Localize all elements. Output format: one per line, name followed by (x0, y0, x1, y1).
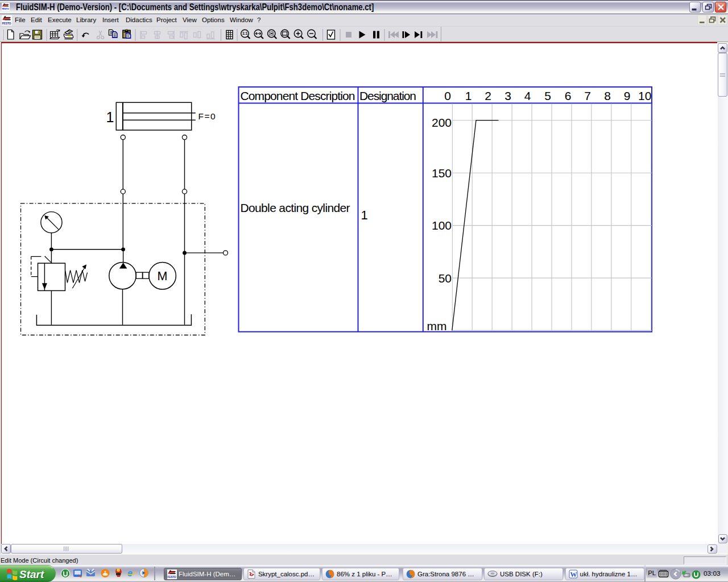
svg-text:1: 1 (465, 89, 472, 102)
svg-text:1: 1 (106, 109, 114, 125)
svg-text:7: 7 (584, 89, 591, 102)
svg-text:Double acting cylinder: Double acting cylinder (241, 201, 350, 214)
svg-text:4: 4 (524, 89, 531, 102)
svg-text:100: 100 (432, 219, 452, 232)
svg-text:M: M (158, 269, 168, 283)
svg-text:150: 150 (432, 167, 452, 180)
svg-text:Start: Start (19, 568, 44, 580)
svg-text:5: 5 (544, 89, 551, 102)
svg-text:8: 8 (604, 89, 611, 102)
svg-text:W: W (570, 571, 577, 579)
svg-text:Designation: Designation (359, 89, 416, 102)
svg-text:Component Description: Component Description (241, 89, 355, 102)
svg-text:mm: mm (427, 319, 447, 332)
svg-text:FESTO: FESTO (167, 576, 176, 579)
svg-text:e: e (127, 568, 133, 578)
svg-text:6: 6 (565, 89, 572, 102)
svg-text:50: 50 (439, 272, 452, 285)
svg-text:9: 9 (624, 89, 631, 102)
svg-text:0: 0 (444, 89, 451, 102)
svg-text:F=0: F=0 (198, 111, 216, 121)
svg-text:1: 1 (361, 208, 368, 222)
svg-text:3: 3 (504, 89, 511, 102)
svg-text:2: 2 (485, 89, 491, 102)
svg-text:200: 200 (432, 116, 452, 129)
svg-text:10: 10 (638, 89, 651, 102)
